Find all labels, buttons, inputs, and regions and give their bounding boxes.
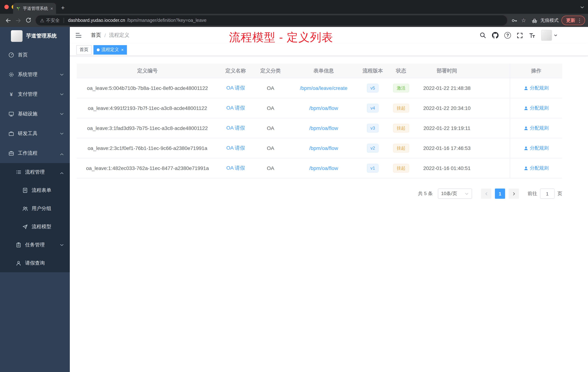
definition-name-link[interactable]: OA 请假 <box>226 125 245 131</box>
status-badge: 挂起 <box>393 164 409 173</box>
sidebar-item-process-form[interactable]: 流程表单 <box>0 181 70 199</box>
sidebar-item-label: 基础设施 <box>18 111 37 117</box>
cell-category: OA <box>253 145 288 151</box>
table-row: oa_leave:1:482ec033-762a-11ec-8477-a2380… <box>77 158 562 178</box>
cell-category: OA <box>253 165 288 171</box>
tab-search-chevron-icon[interactable] <box>580 4 584 11</box>
chevron-down-icon <box>60 243 64 248</box>
favicon-leaf-icon <box>16 6 21 11</box>
tag-home[interactable]: 首页 <box>76 45 92 55</box>
chevron-down-icon <box>60 72 64 78</box>
col-definition-name: 定义名称 <box>218 67 253 74</box>
password-key-icon[interactable] <box>509 16 519 25</box>
avatar[interactable] <box>541 30 552 41</box>
close-window-button[interactable] <box>4 5 9 9</box>
cell-category: OA <box>253 125 288 131</box>
assign-rule-link[interactable]: 分配规则 <box>524 125 549 131</box>
col-process-version: 流程版本 <box>359 67 386 74</box>
tags-view-bar: 首页 流程定义 × <box>70 44 588 56</box>
definition-name-link[interactable]: OA 请假 <box>226 145 245 151</box>
address-bar[interactable]: ⚠ 不安全 dashboard.yudao.iocoder.cn /bpm/ma… <box>36 15 507 25</box>
security-label[interactable]: 不安全 <box>46 17 60 23</box>
breadcrumb-current: 流程定义 <box>109 32 129 39</box>
assign-rule-link[interactable]: 分配规则 <box>524 105 549 111</box>
form-info-link[interactable]: /bpm/oa/flow <box>309 165 338 171</box>
yen-icon: ¥ <box>8 91 15 97</box>
assignee-icon <box>524 146 528 151</box>
version-badge: v5 <box>367 84 378 92</box>
forward-icon[interactable] <box>13 15 23 25</box>
select-chevron-down-icon <box>465 192 469 196</box>
sidebar-item-infrastructure[interactable]: 基础设施 <box>0 104 70 124</box>
form-info-link[interactable]: /bpm/oa/flow <box>309 145 338 151</box>
fullscreen-icon[interactable] <box>517 32 523 38</box>
content-area: 定义编号 定义名称 定义分类 表单信息 流程版本 状态 部署时间 操作 oa_l… <box>70 56 588 199</box>
help-icon[interactable]: ? <box>504 32 511 39</box>
version-badge: v1 <box>367 164 378 173</box>
page-size-value: 10条/页 <box>441 190 457 197</box>
table-row: oa_leave:2:3c1f0ef1-76b1-11ec-9c66-a2380… <box>77 138 562 158</box>
goto-page-input[interactable] <box>540 188 555 199</box>
sidebar-item-system[interactable]: 系统管理 <box>0 65 70 85</box>
github-icon[interactable] <box>492 32 499 39</box>
assign-rule-link[interactable]: 分配规则 <box>524 85 549 91</box>
bookmark-star-icon[interactable]: ☆ <box>519 16 528 25</box>
tag-close-icon[interactable]: × <box>121 47 124 52</box>
table-row: oa_leave:3:1fad3d93-7b75-11ec-a3c8-acde4… <box>77 118 562 138</box>
app-title: 芋道管理系统 <box>26 33 57 39</box>
search-icon[interactable] <box>480 32 486 39</box>
back-icon[interactable] <box>3 15 13 25</box>
reload-icon[interactable] <box>23 15 33 25</box>
omnibox-divider <box>64 18 64 23</box>
sidebar-item-process-model[interactable]: 流程模型 <box>0 218 70 236</box>
definition-name-link[interactable]: OA 请假 <box>226 105 245 111</box>
table-row: oa_leave:5:004b710b-7b8a-11ec-8ef0-acde4… <box>77 78 562 98</box>
sidebar-item-home[interactable]: 首页 <box>0 45 70 65</box>
new-tab-button[interactable]: + <box>58 3 68 13</box>
definition-name-link[interactable]: OA 请假 <box>226 85 245 91</box>
form-info-link[interactable]: /bpm/oa/flow <box>309 105 338 111</box>
assignee-icon <box>524 166 528 171</box>
prev-page-button[interactable] <box>481 188 491 199</box>
page-number-button[interactable]: 1 <box>495 188 505 199</box>
sidebar-item-payment[interactable]: ¥ 支付管理 <box>0 85 70 104</box>
sidebar-item-process-management[interactable]: 流程管理 <box>0 163 70 181</box>
browser-tab[interactable]: 芋道管理系统 × <box>13 3 56 14</box>
col-status: 状态 <box>386 67 416 74</box>
tag-process-definition[interactable]: 流程定义 × <box>94 45 127 55</box>
page-size-select[interactable]: 10条/页 <box>438 188 472 199</box>
browser-menu-dots-icon[interactable]: ⋮ <box>577 17 582 23</box>
sidebar-item-dev-tools[interactable]: 研发工具 <box>0 124 70 143</box>
cell-deploy-time: 2022-01-22 20:34:10 <box>416 105 478 111</box>
sidebar-item-label: 系统管理 <box>18 71 37 78</box>
sidebar-item-label: 首页 <box>18 52 28 58</box>
col-actions: 操作 <box>510 64 562 78</box>
tab-close-icon[interactable]: × <box>50 6 53 11</box>
form-info-link[interactable]: /bpm/oa/flow <box>309 125 338 131</box>
user-menu[interactable] <box>541 30 557 41</box>
form-info-link[interactable]: /bpm/oa/leave/create <box>300 85 347 91</box>
font-size-icon[interactable] <box>529 32 535 39</box>
assign-rule-link[interactable]: 分配规则 <box>524 165 549 171</box>
sidebar-collapse-icon[interactable] <box>75 32 82 40</box>
chrome-update-button[interactable]: 更新 ⋮ <box>561 16 585 25</box>
breadcrumb-home[interactable]: 首页 <box>91 32 101 39</box>
sidebar-item-task-management[interactable]: 任务管理 <box>0 236 70 254</box>
pagination-goto: 前往 页 <box>528 188 562 199</box>
sidebar-item-user-group[interactable]: 用户分组 <box>0 199 70 218</box>
definition-name-link[interactable]: OA 请假 <box>226 165 245 171</box>
cell-definition-id: oa_leave:3:1fad3d93-7b75-11ec-a3c8-acde4… <box>77 125 218 131</box>
incognito-icon <box>531 17 538 24</box>
sidebar-item-label: 任务管理 <box>25 242 45 248</box>
incognito-badge: 无痕模式 <box>531 17 558 24</box>
main-area: 首页 / 流程定义 流程模型 - 定义列表 ? <box>70 27 588 372</box>
next-page-button[interactable] <box>509 188 519 199</box>
sidebar-item-leave-query[interactable]: 请假查询 <box>0 254 70 272</box>
goto-label: 前往 <box>528 190 537 197</box>
cell-deploy-time: 2022-01-16 17:46:53 <box>416 145 478 151</box>
sidebar-item-workflow[interactable]: 工作流程 <box>0 143 70 163</box>
breadcrumb: 首页 / 流程定义 <box>91 27 129 44</box>
cell-definition-id: oa_leave:1:482ec033-762a-11ec-8477-a2380… <box>77 165 218 171</box>
assign-rule-link[interactable]: 分配规则 <box>524 145 549 152</box>
briefcase-icon <box>8 150 15 156</box>
